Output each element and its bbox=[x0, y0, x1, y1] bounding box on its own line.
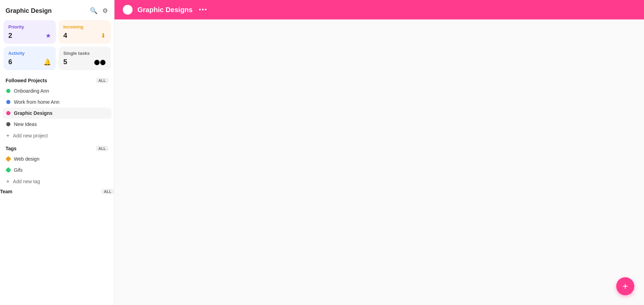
project-item-new-ideas[interactable]: New Ideas bbox=[3, 119, 111, 130]
stat-bottom-incoming: 4 ⬇ bbox=[63, 32, 106, 40]
stat-label-activity: Activity bbox=[8, 51, 51, 56]
stat-card-activity[interactable]: Activity 6 🔔 bbox=[3, 46, 56, 70]
main-panel: Graphic Designs ••• bbox=[115, 0, 644, 305]
project-dot-graphic-designs bbox=[6, 111, 10, 115]
tag-name-gifs: Gifs bbox=[14, 167, 23, 173]
main-content bbox=[115, 19, 644, 305]
search-button[interactable]: 🔍 bbox=[89, 6, 98, 15]
tags-all-button[interactable]: ALL bbox=[96, 146, 109, 151]
inbox-icon: ⬇ bbox=[101, 32, 106, 40]
team-header: Team ALL bbox=[0, 187, 114, 198]
tag-item-gifs[interactable]: Gifs bbox=[3, 164, 111, 176]
project-dot-onboarding bbox=[6, 89, 10, 93]
tag-item-web-design[interactable]: Web design bbox=[3, 153, 111, 164]
fab-add-button[interactable]: + bbox=[616, 277, 634, 295]
stat-card-incoming[interactable]: Incoming 4 ⬇ bbox=[59, 20, 111, 44]
project-list: Onboarding Ann Work from home Ann Graphi… bbox=[0, 85, 114, 130]
stat-count-single-tasks: 5 bbox=[63, 58, 67, 66]
add-tag-plus-icon: + bbox=[6, 178, 9, 185]
project-item-graphic-designs[interactable]: Graphic Designs bbox=[3, 108, 111, 119]
followed-projects-all-button[interactable]: ALL bbox=[96, 78, 109, 83]
team-title: Team bbox=[0, 189, 12, 194]
followed-projects-header: Followed Projects ALL bbox=[0, 74, 114, 85]
project-item-onboarding[interactable]: Onboarding Ann bbox=[3, 85, 111, 96]
settings-button[interactable]: ⚙ bbox=[102, 6, 109, 15]
sidebar-title: Graphic Design bbox=[6, 7, 52, 15]
project-dot-work-from-home bbox=[6, 100, 10, 104]
bell-icon: 🔔 bbox=[43, 58, 51, 66]
people-icon: ⬤⬤ bbox=[94, 59, 106, 65]
project-name-new-ideas: New Ideas bbox=[14, 121, 37, 127]
star-icon: ★ bbox=[45, 32, 51, 40]
stat-label-single-tasks: Single tasks bbox=[63, 51, 106, 56]
add-tag-label: Add new tag bbox=[13, 179, 40, 184]
project-name-work-from-home: Work from home Ann bbox=[14, 99, 59, 105]
add-new-tag[interactable]: + Add new tag bbox=[0, 176, 114, 187]
tags-header: Tags ALL bbox=[0, 142, 114, 153]
tag-diamond-gifs bbox=[6, 167, 11, 173]
project-avatar bbox=[123, 5, 133, 15]
tag-name-web-design: Web design bbox=[14, 156, 40, 162]
add-project-plus-icon: + bbox=[6, 133, 9, 139]
project-dot-new-ideas bbox=[6, 122, 10, 126]
stat-label-incoming: Incoming bbox=[63, 24, 106, 29]
stat-bottom-activity: 6 🔔 bbox=[8, 58, 51, 66]
main-project-title: Graphic Designs bbox=[137, 6, 193, 14]
stat-count-incoming: 4 bbox=[63, 32, 67, 40]
stat-bottom-priority: 2 ★ bbox=[8, 32, 51, 40]
main-header: Graphic Designs ••• bbox=[115, 0, 644, 19]
stat-label-priority: Priority bbox=[8, 24, 51, 29]
search-icon: 🔍 bbox=[90, 7, 98, 14]
stat-card-priority[interactable]: Priority 2 ★ bbox=[3, 20, 56, 44]
tag-diamond-web-design bbox=[6, 156, 11, 162]
project-name-onboarding: Onboarding Ann bbox=[14, 88, 49, 94]
stat-count-priority: 2 bbox=[8, 32, 12, 40]
tags-title: Tags bbox=[6, 146, 17, 151]
project-item-work-from-home[interactable]: Work from home Ann bbox=[3, 96, 111, 108]
team-all-button[interactable]: ALL bbox=[101, 189, 114, 194]
add-new-project[interactable]: + Add new project bbox=[0, 130, 114, 142]
stat-bottom-single-tasks: 5 ⬤⬤ bbox=[63, 58, 106, 66]
add-project-label: Add new project bbox=[13, 133, 48, 138]
stat-count-activity: 6 bbox=[8, 58, 12, 66]
tag-list: Web design Gifs bbox=[0, 153, 114, 176]
project-name-graphic-designs: Graphic Designs bbox=[14, 110, 52, 116]
more-options-icon[interactable]: ••• bbox=[199, 6, 207, 14]
stat-card-single-tasks[interactable]: Single tasks 5 ⬤⬤ bbox=[59, 46, 111, 70]
sidebar: Graphic Design 🔍 ⚙ Priority 2 ★ Incoming… bbox=[0, 0, 115, 305]
sidebar-header-icons: 🔍 ⚙ bbox=[89, 6, 109, 15]
followed-projects-title: Followed Projects bbox=[6, 78, 47, 83]
gear-icon: ⚙ bbox=[102, 7, 108, 14]
stat-cards: Priority 2 ★ Incoming 4 ⬇ Activity 6 🔔 S… bbox=[0, 20, 114, 74]
sidebar-header: Graphic Design 🔍 ⚙ bbox=[0, 0, 114, 20]
